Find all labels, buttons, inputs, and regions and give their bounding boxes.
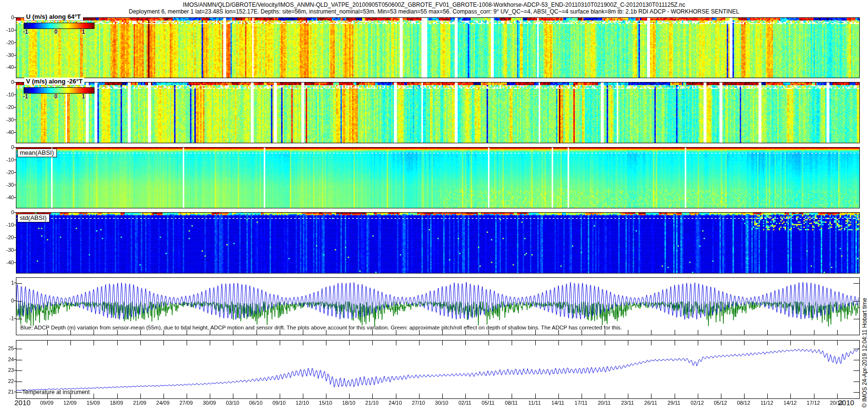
y-tick-mark xyxy=(14,185,16,185)
y-tick-mark xyxy=(14,359,16,360)
y-tick-mark xyxy=(14,160,16,160)
x-tick-label: 08/12 xyxy=(732,400,755,406)
y-tick-label: -30 xyxy=(0,247,14,253)
mean-absi-heatmap xyxy=(16,148,859,208)
x-tick-label: 02/12 xyxy=(686,400,709,406)
y-tick-label: 0 xyxy=(0,14,14,20)
y-tick-mark xyxy=(14,132,16,133)
temperature-plot xyxy=(16,341,859,398)
u-velocity-heatmap xyxy=(16,18,859,78)
y-tick-label: 23 xyxy=(0,367,14,373)
y-tick-mark xyxy=(14,107,16,108)
x-tick-label: 14/12 xyxy=(778,400,801,406)
x-tick-label: 18/09 xyxy=(105,400,128,406)
y-tick-label: -20 xyxy=(0,40,14,45)
y-tick-label: -40 xyxy=(0,194,14,200)
y-tick-label: -40 xyxy=(0,260,14,265)
x-tick-label: 11/11 xyxy=(523,400,546,406)
std-absi-heatmap xyxy=(16,213,859,273)
x-tick-label: 30/10 xyxy=(430,400,453,406)
x-tick-label: 17/11 xyxy=(570,400,593,406)
imos-watermark: © IMOS 24-Apr-2019 12:04:11 Hobart time xyxy=(861,298,868,408)
y-tick-mark xyxy=(14,348,16,349)
y-tick-mark xyxy=(14,95,16,95)
x-tick-label: 12/10 xyxy=(291,400,314,406)
y-tick-mark xyxy=(14,55,16,55)
figure-title: IMOS/ANMN/QLD/GBROTE/Velocity/IMOS_ANMN-… xyxy=(0,1,868,8)
y-tick-label: 0 xyxy=(0,79,14,85)
panel-u-title: U (m/s) along 64°T xyxy=(24,13,83,20)
y-tick-mark xyxy=(14,147,16,148)
panel-v-velocity: V (m/s) along -26°T -1 0 1 xyxy=(16,82,860,143)
y-tick-label: -20 xyxy=(0,169,14,175)
y-tick-label: -10 xyxy=(0,27,14,33)
u-colorbar-tick-neg: -1 xyxy=(19,28,32,35)
u-colorbar-tick-pos: 1 xyxy=(77,28,90,35)
y-tick-mark xyxy=(14,197,16,198)
panel-std-absi: std(ABSI) xyxy=(16,212,860,273)
y-tick-label: -30 xyxy=(0,52,14,58)
y-tick-mark xyxy=(14,301,16,301)
y-tick-mark xyxy=(14,67,16,68)
x-tick-label: 05/11 xyxy=(476,400,500,406)
figure-subtitle: Deployment 6, member 1 lat=23.48S lon=15… xyxy=(0,8,868,15)
x-tick-label: 18/10 xyxy=(337,400,360,406)
figure: IMOS/ANMN/QLD/GBROTE/Velocity/IMOS_ANMN-… xyxy=(0,0,868,410)
y-tick-label: 24 xyxy=(0,356,14,362)
depth-variation-annotation: Blue: ADCP Depth (m) variation from sens… xyxy=(20,325,622,330)
panel-temperature: Temperature at instrument xyxy=(16,340,860,399)
v-colorbar-tick-zero: 0 xyxy=(49,93,63,100)
x-tick-label: 03/10 xyxy=(221,400,244,406)
y-tick-label: -30 xyxy=(0,117,14,123)
x-tick-label: 09/10 xyxy=(268,400,291,406)
y-tick-mark xyxy=(14,120,16,120)
y-tick-label: 22 xyxy=(0,378,14,384)
x-tick-label: 15/10 xyxy=(314,400,337,406)
u-colorbar-tick-zero: 0 xyxy=(49,28,63,35)
y-tick-mark xyxy=(14,392,16,392)
y-tick-mark xyxy=(14,17,16,18)
x-tick-label: 14/11 xyxy=(546,400,570,406)
y-tick-mark xyxy=(14,250,16,250)
x-tick-label: 21/09 xyxy=(128,400,151,406)
y-tick-mark xyxy=(14,212,16,213)
y-tick-label: 0 xyxy=(0,298,14,303)
v-colorbar-tick-neg: -1 xyxy=(19,93,32,100)
x-tick-label: 11/12 xyxy=(755,400,778,406)
v-colorbar-tick-pos: 1 xyxy=(77,93,90,100)
x-tick-label: 15/09 xyxy=(81,400,105,406)
panel-v-title: V (m/s) along -26°T xyxy=(24,78,84,85)
y-tick-mark xyxy=(14,262,16,263)
v-velocity-heatmap xyxy=(16,82,859,143)
y-tick-label: -40 xyxy=(0,64,14,70)
y-tick-label: -40 xyxy=(0,129,14,135)
y-tick-mark xyxy=(14,30,16,30)
y-tick-mark xyxy=(14,82,16,82)
y-tick-label: 21 xyxy=(0,389,14,395)
x-tick-label: 27/10 xyxy=(407,400,430,406)
y-tick-mark xyxy=(14,318,16,319)
x-tick-label: 27/09 xyxy=(175,400,198,406)
x-tick-label: 02/11 xyxy=(453,400,476,406)
x-tick-label: 12/09 xyxy=(58,400,81,406)
y-tick-label: -30 xyxy=(0,182,14,188)
y-tick-label: -1 xyxy=(0,315,14,321)
y-tick-label: -10 xyxy=(0,92,14,97)
y-tick-mark xyxy=(14,381,16,382)
y-tick-label: 25 xyxy=(0,345,14,351)
x-tick-label: 05/12 xyxy=(709,400,732,406)
y-tick-label: -20 xyxy=(0,234,14,240)
x-tick-label: 09/09 xyxy=(35,400,58,406)
y-tick-label: 1 xyxy=(0,280,14,286)
y-tick-label: -10 xyxy=(0,222,14,228)
x-tick-label: 24/09 xyxy=(151,400,175,406)
mean-absi-label: mean(ABSI) xyxy=(17,149,57,157)
y-tick-label: -10 xyxy=(0,157,14,163)
y-tick-mark xyxy=(14,172,16,173)
x-tick-label: 21/10 xyxy=(360,400,383,406)
y-tick-mark xyxy=(14,237,16,238)
y-tick-label: -20 xyxy=(0,104,14,110)
x-axis-year-left: 2010 xyxy=(14,398,30,407)
x-tick-label: 26/11 xyxy=(639,400,662,406)
x-tick-label: 08/11 xyxy=(500,400,523,406)
